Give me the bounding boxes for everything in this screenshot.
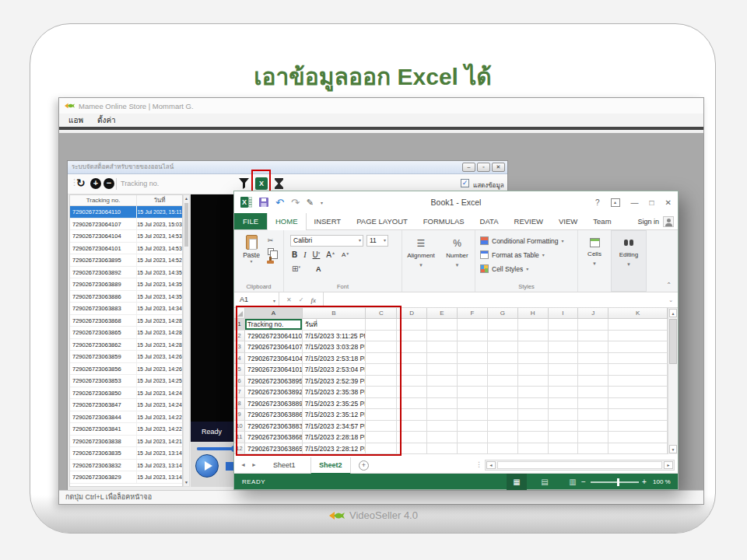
- cell-A12[interactable]: 729026723063865: [245, 443, 303, 455]
- cell-B2[interactable]: 7/15/2023 3:11:25 PM: [303, 331, 366, 342]
- help-icon[interactable]: ?: [595, 198, 600, 207]
- cell-I2[interactable]: [549, 331, 579, 342]
- cell-K7[interactable]: [608, 387, 668, 398]
- cell-A3[interactable]: 729026723064107: [245, 341, 303, 353]
- cell-E7[interactable]: [427, 387, 458, 398]
- cell-C5[interactable]: [366, 364, 397, 376]
- menu-item[interactable]: แอพ: [68, 114, 83, 126]
- cell-D6[interactable]: [397, 376, 427, 387]
- tracking-row[interactable]: 72902672306386515 Jul 2023, 14:28: [70, 327, 182, 339]
- row-header-1[interactable]: 1: [234, 319, 245, 331]
- cell-E5[interactable]: [427, 364, 458, 376]
- cell-H2[interactable]: [518, 331, 549, 342]
- grow-font-button[interactable]: A▲: [326, 250, 335, 259]
- column-header-G[interactable]: G: [488, 308, 518, 319]
- cell-D3[interactable]: [397, 341, 427, 353]
- cell-I5[interactable]: [549, 364, 579, 376]
- cell-C9[interactable]: [366, 409, 397, 421]
- cell-A1[interactable]: Tracking no.: [245, 319, 303, 331]
- number-group[interactable]: % Number ▼: [440, 230, 475, 292]
- minimize-icon[interactable]: —: [631, 198, 639, 207]
- cell-B3[interactable]: 7/15/2023 3:03:28 PM: [303, 341, 366, 353]
- row-header-4[interactable]: 4: [234, 353, 245, 365]
- cell-C11[interactable]: [366, 432, 397, 443]
- ribbon-tab-home[interactable]: HOME: [267, 213, 307, 229]
- cell-F5[interactable]: [458, 364, 488, 376]
- tracking-search-input[interactable]: Tracking no.: [121, 180, 159, 187]
- cell-H1[interactable]: [518, 319, 549, 331]
- column-header-J[interactable]: J: [578, 308, 608, 319]
- cell-C4[interactable]: [366, 353, 397, 365]
- cell-A6[interactable]: 729026723063895: [245, 376, 303, 387]
- cell-styles-button[interactable]: Cell Styles▾: [480, 264, 528, 273]
- cell-K10[interactable]: [608, 421, 668, 432]
- format-painter-icon[interactable]: [267, 261, 274, 264]
- cell-J4[interactable]: [578, 353, 608, 365]
- collapse-ribbon-icon[interactable]: ⌃: [666, 282, 672, 289]
- cell-B10[interactable]: 7/15/2023 2:34:57 PM: [303, 421, 366, 432]
- cell-I8[interactable]: [549, 398, 579, 410]
- cell-G5[interactable]: [488, 364, 518, 376]
- cell-G2[interactable]: [488, 331, 518, 342]
- cell-I7[interactable]: [549, 387, 579, 398]
- copy-icon[interactable]: [268, 248, 274, 255]
- close-icon[interactable]: ✕: [665, 198, 672, 207]
- paste-button[interactable]: Paste ▼: [239, 235, 264, 264]
- cell-D2[interactable]: [397, 331, 427, 342]
- cell-C7[interactable]: [366, 387, 397, 398]
- date-col-header[interactable]: วันที่: [137, 195, 182, 205]
- scroll-up-icon[interactable]: ▲: [669, 309, 677, 317]
- sheet-tab-sheet2[interactable]: Sheet2: [310, 457, 351, 474]
- cell-C1[interactable]: [366, 319, 397, 331]
- cell-K3[interactable]: [608, 341, 668, 353]
- cell-K4[interactable]: [608, 353, 668, 365]
- cell-D12[interactable]: [397, 443, 427, 455]
- conditional-formatting-button[interactable]: Conditional Formatting▾: [480, 236, 564, 245]
- zoom-level[interactable]: 100 %: [653, 474, 671, 490]
- column-header-E[interactable]: E: [427, 308, 458, 319]
- ribbon-tab-insert[interactable]: INSERT: [307, 213, 349, 229]
- cell-J2[interactable]: [578, 331, 608, 342]
- cell-E9[interactable]: [427, 409, 458, 421]
- ribbon-tab-file[interactable]: FILE: [234, 213, 267, 229]
- cell-A8[interactable]: 729026723063889: [245, 398, 303, 410]
- scrollbar-thumb[interactable]: [497, 461, 662, 469]
- cell-K9[interactable]: [608, 409, 668, 421]
- cell-D4[interactable]: [397, 353, 427, 365]
- cell-K12[interactable]: [608, 443, 668, 455]
- cell-G1[interactable]: [488, 319, 518, 331]
- cell-I3[interactable]: [549, 341, 579, 353]
- tracking-row[interactable]: 72902672306388915 Jul 2023, 14:35: [70, 278, 182, 291]
- cell-F4[interactable]: [458, 353, 488, 365]
- ribbon-tab-review[interactable]: REVIEW: [507, 213, 551, 229]
- normal-view-button[interactable]: ▦: [507, 474, 527, 490]
- column-header-A[interactable]: A: [245, 308, 303, 319]
- font-name-select[interactable]: Calibri▾: [290, 235, 363, 247]
- italic-button[interactable]: I: [303, 250, 306, 259]
- cell-E2[interactable]: [427, 331, 458, 342]
- cell-D1[interactable]: [397, 319, 427, 331]
- cell-H6[interactable]: [518, 376, 549, 387]
- cell-F10[interactable]: [458, 421, 488, 432]
- cell-H4[interactable]: [518, 353, 549, 365]
- tracking-row[interactable]: 72902672306411015 Jul 2023, 15:11: [70, 206, 182, 219]
- cell-I1[interactable]: [549, 319, 579, 331]
- play-button[interactable]: [195, 454, 219, 478]
- menu-item[interactable]: ตั้งค่า: [97, 114, 116, 126]
- formula-bar-expand-icon[interactable]: ⌄: [668, 297, 678, 303]
- cell-J1[interactable]: [578, 319, 608, 331]
- cell-D7[interactable]: [397, 387, 427, 398]
- tracking-col-header[interactable]: Tracking no.: [70, 195, 137, 205]
- maximize-icon[interactable]: □: [650, 198, 654, 207]
- cell-C2[interactable]: [366, 331, 397, 342]
- add-icon[interactable]: +: [90, 178, 101, 189]
- borders-button[interactable]: ⊞▾: [292, 264, 300, 273]
- cell-G12[interactable]: [488, 443, 518, 455]
- cell-A9[interactable]: 729026723063886: [245, 409, 303, 421]
- save-icon[interactable]: [259, 198, 268, 207]
- scroll-down-icon[interactable]: ▼: [669, 445, 677, 453]
- cell-H3[interactable]: [518, 341, 549, 353]
- paste-dropdown-icon[interactable]: ▼: [239, 259, 264, 264]
- cell-I6[interactable]: [549, 376, 579, 387]
- editing-group[interactable]: Editing ▼: [611, 230, 647, 292]
